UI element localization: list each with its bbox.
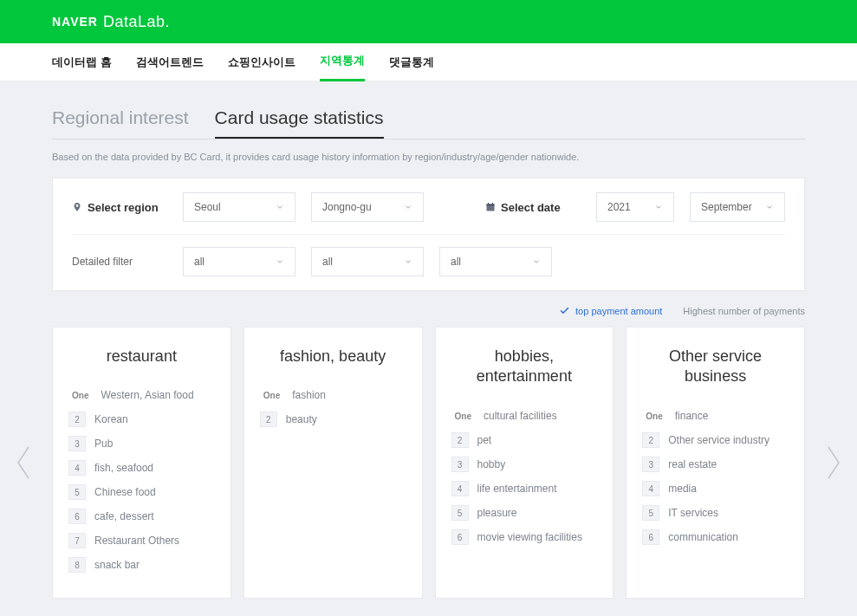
list-item[interactable]: 3hobby [451,452,598,477]
detail-select-2[interactable]: all [311,247,424,276]
list-item[interactable]: 2Korean [68,407,215,431]
chevron-down-icon [654,203,663,211]
rank-label: fish, seafood [94,462,153,474]
card-title: restaurant [68,347,215,367]
list-item[interactable]: OneWestern, Asian food [68,383,215,407]
rank-number: 7 [68,533,86,548]
detail-label: Detailed filter [72,256,167,268]
brand-product: DataLab. [103,13,170,31]
list-item[interactable]: 5pleasure [451,501,598,525]
date-label-text: Select date [501,201,561,214]
rank-label: Restaurant Others [94,535,179,547]
list-item[interactable]: 4life entertainment [451,477,598,501]
chevron-down-icon [276,257,284,266]
list-item[interactable]: 8snack bar [68,553,215,577]
rank-number: 6 [68,509,86,524]
region-city-select[interactable]: Seoul [183,192,295,222]
list-item[interactable]: 2beauty [260,407,406,431]
rank-number: One [451,408,475,424]
rank-number: 3 [68,436,86,451]
date-label: Select date [485,201,581,214]
rank-number: One [68,387,92,403]
nav-home[interactable]: 데이터랩 홈 [52,43,112,81]
region-city-value: Seoul [194,201,221,213]
content: Regional interest Card usage statistics … [0,81,857,616]
nav-regional-stats[interactable]: 지역통계 [320,43,365,81]
detail-select-1[interactable]: all [183,247,295,276]
list-item[interactable]: 6communication [642,525,789,549]
rank-number: 5 [68,484,86,500]
carousel-prev[interactable] [10,437,36,489]
category-card[interactable]: fashion, beautyOnefashion2beauty [243,327,423,599]
region-district-select[interactable]: Jongno-gu [311,192,424,222]
list-item[interactable]: 2pet [451,428,598,452]
region-label-text: Select region [88,201,159,214]
rank-number: 4 [642,481,659,496]
category-card[interactable]: Other service businessOnefinance2Other s… [626,327,805,599]
sort-top-payment[interactable]: top payment amount [559,305,662,316]
filter-row-top: Select region Seoul Jongno-gu Select dat… [72,192,785,222]
rank-number: 6 [642,529,659,545]
pin-icon [72,202,82,212]
card-title: hobbies,entertainment [451,347,598,388]
svg-rect-2 [488,203,489,205]
list-item[interactable]: Onefashion [260,383,406,407]
tab-regional-interest[interactable]: Regional interest [52,107,189,139]
nav-search-trend[interactable]: 검색어트렌드 [136,43,204,81]
list-item[interactable]: 7Restaurant Others [68,528,215,553]
rank-number: 3 [451,457,469,472]
list-item[interactable]: Onefinance [642,404,789,428]
detail-value-3: all [451,256,461,268]
list-item[interactable]: 3real estate [642,452,789,477]
sort-highest-count[interactable]: Highest number of payments [683,306,805,316]
sort-row: top payment amount Highest number of pay… [52,305,805,316]
list-item[interactable]: 5Chinese food [68,480,215,504]
rank-label: Chinese food [94,486,156,498]
list-item[interactable]: 4fish, seafood [68,456,215,480]
rank-label: cafe, dessert [94,510,154,522]
list-item[interactable]: 6cafe, dessert [68,504,215,528]
rank-number: One [642,408,665,424]
main-nav: 데이터랩 홈 검색어트렌드 쇼핑인사이트 지역통계 댓글통계 [0,43,857,81]
nav-shopping-insight[interactable]: 쇼핑인사이트 [228,43,295,81]
category-carousel: restaurantOneWestern, Asian food2Korean3… [52,327,805,599]
rank-number: 2 [260,412,277,427]
rank-label: Western, Asian food [101,389,193,401]
nav-comment-stats[interactable]: 댓글통계 [389,43,434,81]
detail-value-2: all [322,256,333,268]
list-item[interactable]: 6movie viewing facilities [451,525,598,549]
list-item[interactable]: 2Other service industry [642,428,789,452]
list-item[interactable]: Onecultural facilities [451,404,598,428]
region-district-value: Jongno-gu [322,201,372,213]
date-year-select[interactable]: 2021 [596,192,674,222]
detail-select-3[interactable]: all [439,247,552,276]
subtabs: Regional interest Card usage statistics [52,107,805,139]
rank-number: 4 [451,481,469,496]
rank-label: cultural facilities [484,410,557,422]
rank-label: Pub [94,438,113,450]
rank-label: fashion [292,389,326,401]
list-item[interactable]: 4media [642,477,789,501]
list-item[interactable]: 3Pub [68,431,215,456]
rank-label: hobby [477,458,506,470]
topbar: NAVER DataLab. [0,0,857,43]
rank-label: media [668,483,697,495]
rank-label: movie viewing facilities [477,531,582,543]
svg-rect-3 [492,203,493,205]
carousel-next[interactable] [821,437,847,489]
list-item[interactable]: 5IT services [642,501,789,525]
category-card[interactable]: restaurantOneWestern, Asian food2Korean3… [52,327,231,599]
tab-card-usage[interactable]: Card usage statistics [215,107,384,139]
svg-rect-1 [487,204,495,206]
filter-panel: Select region Seoul Jongno-gu Select dat… [52,178,805,291]
rank-number: 5 [642,505,659,521]
chevron-down-icon [532,257,541,266]
rank-number: 2 [68,412,86,427]
category-card[interactable]: hobbies,entertainmentOnecultural facilit… [435,327,614,599]
chevron-left-icon [12,444,35,482]
date-month-select[interactable]: September [690,192,785,222]
chevron-down-icon [404,203,412,211]
rank-list: Onefinance2Other service industry3real e… [642,404,789,549]
rank-label: life entertainment [477,483,557,495]
chevron-down-icon [404,257,412,266]
